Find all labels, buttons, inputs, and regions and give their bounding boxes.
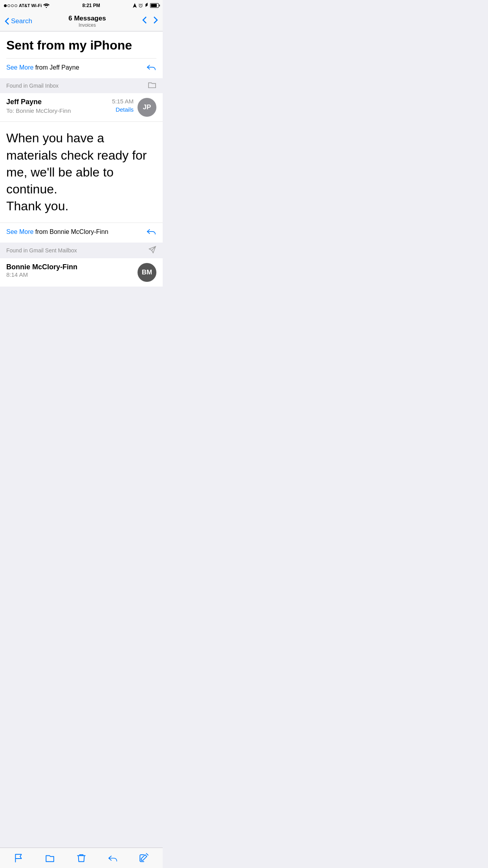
bluetooth-icon	[145, 3, 149, 8]
reply-bonnie-arrow-icon	[146, 227, 156, 235]
status-left: AT&T Wi-Fi	[4, 3, 50, 8]
email-body-text: When you have a materials check ready fo…	[6, 130, 156, 215]
preview-sender-info: Bonnie McClory-Finn 8:14 AM	[6, 263, 134, 278]
email-preview-bonnie[interactable]: Bonnie McClory-Finn 8:14 AM BM	[0, 258, 163, 287]
reply-bonnie-icon[interactable]	[146, 227, 156, 237]
email-meta: 5:15 AM Details	[112, 98, 134, 113]
back-chevron-icon	[5, 17, 9, 25]
preview-avatar-initials: BM	[142, 268, 152, 276]
gmail-sent-label: Found in Gmail Sent Mailbox	[6, 247, 77, 254]
status-time: 8:21 PM	[83, 3, 100, 8]
email-time: 5:15 AM	[112, 98, 134, 105]
next-chevron-icon	[153, 16, 158, 24]
location-icon	[133, 3, 137, 8]
inbox-folder-icon	[148, 81, 156, 88]
see-more-bonnie-link[interactable]: See More from Bonnie McClory-Finn	[6, 228, 108, 235]
signal-dot-4	[15, 4, 17, 7]
email-card-jeff-payne: Jeff Payne To: Bonnie McClory-Finn 5:15 …	[0, 93, 163, 243]
signal-dot-3	[11, 4, 14, 7]
battery-fill	[151, 4, 157, 7]
nav-title-sub: Invoices	[68, 22, 106, 28]
email-header: Jeff Payne To: Bonnie McClory-Finn 5:15 …	[0, 93, 163, 122]
gmail-inbox-header: Found in Gmail Inbox	[0, 78, 163, 93]
svg-point-0	[46, 7, 47, 8]
next-message-button[interactable]	[153, 16, 158, 26]
email-to: To: Bonnie McClory-Finn	[6, 107, 112, 114]
nav-title: 6 Messages Invoices	[68, 15, 106, 28]
sent-mailbox-icon	[148, 246, 156, 254]
reply-jeff-payne-icon[interactable]	[146, 63, 156, 73]
see-more-from-jeff: from Jeff Payne	[33, 64, 79, 71]
send-icon	[148, 246, 156, 255]
sent-from-iphone-section: Sent from my iPhone See More from Jeff P…	[0, 31, 163, 78]
status-bar: AT&T Wi-Fi 8:21 PM	[0, 0, 163, 11]
nav-arrows	[142, 16, 158, 26]
see-more-jeff-payne-row: See More from Jeff Payne	[6, 58, 156, 78]
to-label: To:	[6, 107, 16, 114]
battery-icon	[150, 3, 159, 8]
status-right	[133, 3, 159, 8]
see-more-bonnie-label: See More	[6, 228, 33, 235]
see-more-jeff-payne-link[interactable]: See More from Jeff Payne	[6, 64, 79, 71]
see-more-bonnie-from: from Bonnie McClory-Finn	[33, 228, 108, 235]
nav-title-main: 6 Messages	[68, 15, 106, 22]
back-button[interactable]: Search	[5, 17, 32, 25]
sender-name: Jeff Payne	[6, 98, 112, 106]
email-sender-info: Jeff Payne To: Bonnie McClory-Finn	[6, 98, 112, 114]
see-more-bonnie-row: See More from Bonnie McClory-Finn	[0, 223, 163, 243]
preview-time: 8:14 AM	[6, 271, 134, 278]
sender-avatar: JP	[138, 98, 156, 117]
preview-sender-name: Bonnie McClory-Finn	[6, 263, 134, 271]
signal-dot-2	[7, 4, 10, 7]
signal-dot-1	[4, 4, 7, 7]
carrier-label: AT&T Wi-Fi	[19, 3, 42, 8]
sent-from-iphone-text: Sent from my iPhone	[6, 38, 156, 53]
avatar-initials: JP	[143, 103, 151, 111]
wifi-icon	[43, 3, 50, 8]
email-details-button[interactable]: Details	[116, 106, 134, 113]
preview-avatar: BM	[138, 263, 156, 282]
alarm-icon	[138, 3, 143, 8]
to-recipient: Bonnie McClory-Finn	[16, 107, 71, 114]
reply-arrow-icon	[146, 63, 156, 71]
gmail-inbox-label: Found in Gmail Inbox	[6, 83, 59, 89]
nav-bar: Search 6 Messages Invoices	[0, 11, 163, 31]
back-label: Search	[11, 17, 32, 25]
folder-icon	[148, 81, 156, 90]
prev-chevron-icon	[142, 16, 147, 24]
see-more-label: See More	[6, 64, 33, 71]
email-body: When you have a materials check ready fo…	[0, 122, 163, 223]
signal-strength	[4, 4, 17, 7]
prev-message-button[interactable]	[142, 16, 147, 26]
gmail-sent-header: Found in Gmail Sent Mailbox	[0, 243, 163, 258]
